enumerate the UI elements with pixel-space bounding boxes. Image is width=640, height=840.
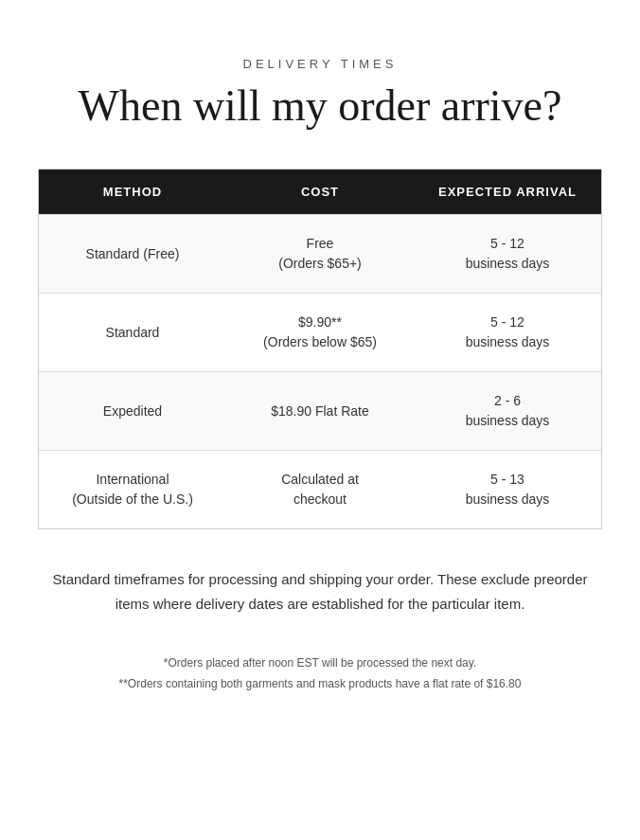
table-header: METHOD COST EXPECTED ARRIVAL: [39, 170, 601, 214]
row3-arrival: 2 - 6business days: [414, 372, 601, 450]
table-row: International(Outside of the U.S.) Calcu…: [39, 450, 601, 528]
main-title: When will my order arrive?: [79, 80, 562, 131]
row1-cost: Free(Orders $65+): [226, 215, 414, 293]
col-arrival: EXPECTED ARRIVAL: [414, 170, 601, 214]
footnote-2: **Orders containing both garments and ma…: [119, 674, 522, 695]
row3-method: Expedited: [39, 372, 226, 450]
table-row: Expedited $18.90 Flat Rate 2 - 6business…: [39, 371, 601, 450]
row2-cost: $9.90**(Orders below $65): [226, 294, 414, 371]
row4-method: International(Outside of the U.S.): [39, 451, 226, 528]
row2-arrival: 5 - 12business days: [414, 294, 601, 371]
row1-method: Standard (Free): [39, 215, 226, 293]
row4-cost: Calculated atcheckout: [226, 451, 414, 528]
row4-arrival: 5 - 13business days: [414, 451, 601, 528]
description-text: Standard timeframes for processing and s…: [38, 567, 602, 616]
footnote-1: *Orders placed after noon EST will be pr…: [119, 653, 522, 674]
col-cost: COST: [226, 170, 414, 214]
table-row: Standard $9.90**(Orders below $65) 5 - 1…: [39, 293, 601, 371]
page-container: DELIVERY TIMES When will my order arrive…: [0, 0, 640, 840]
row2-method: Standard: [39, 294, 226, 371]
delivery-table: METHOD COST EXPECTED ARRIVAL Standard (F…: [38, 169, 602, 529]
table-row: Standard (Free) Free(Orders $65+) 5 - 12…: [39, 214, 601, 293]
row1-arrival: 5 - 12business days: [414, 215, 601, 293]
footnotes: *Orders placed after noon EST will be pr…: [119, 653, 522, 694]
row3-cost: $18.90 Flat Rate: [226, 372, 414, 450]
col-method: METHOD: [39, 170, 226, 214]
subtitle: DELIVERY TIMES: [243, 57, 398, 71]
